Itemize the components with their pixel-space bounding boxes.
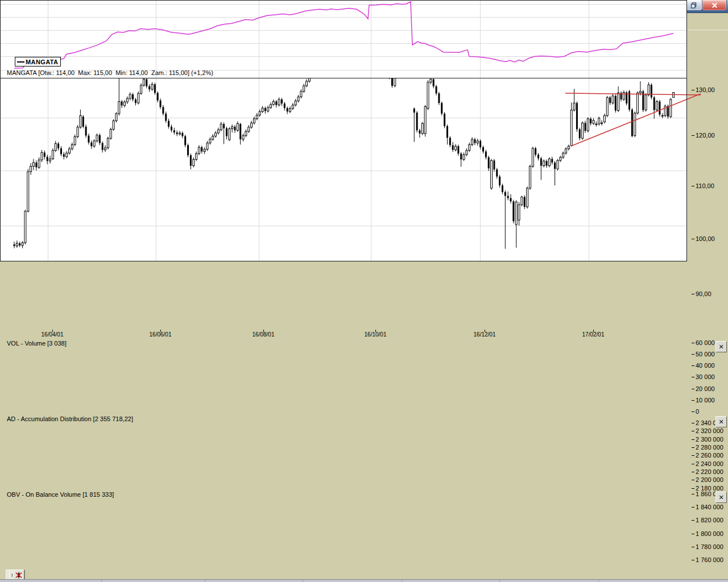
date-tick: 16/12/01 <box>469 331 500 338</box>
taskbar-sliver <box>0 579 728 582</box>
date-tick: 16/08/01 <box>247 331 279 338</box>
volume-tick: 30 000 <box>696 373 715 380</box>
price-tick-90: 90,00 <box>696 290 712 297</box>
obv-tick: 1 780 000 <box>696 543 723 550</box>
ad-panel-label: AD - Accumulation Distribution [2 355 71… <box>7 415 133 422</box>
obv-tick: 1 840 000 <box>696 504 723 510</box>
legend-symbol: MANGATA <box>26 59 58 65</box>
obv-tick: 1 760 000 <box>696 556 723 563</box>
obv-tick: 1 820 000 <box>696 517 723 523</box>
application-window: ISPAG PRO (Copyright "WD Software") «»1r… <box>0 0 728 582</box>
date-tick: 16/04/01 <box>36 331 68 338</box>
volume-tick: 60 000 <box>696 339 715 346</box>
volume-tick: 0 <box>696 408 699 415</box>
taskbar-segment-divider <box>303 580 303 582</box>
volume-tick: 10 000 <box>696 397 715 404</box>
volume-tick: 40 000 <box>696 362 715 369</box>
close-volume-panel-button[interactable]: ✕ <box>715 341 727 352</box>
date-tick: 17/02/01 <box>577 331 609 338</box>
ad-panel[interactable] <box>0 336 701 411</box>
obv-panel[interactable] <box>0 411 701 490</box>
taskbar-segment-divider <box>402 580 402 582</box>
ad-tick: 2 280 000 <box>696 444 723 451</box>
ad-tick: 2 300 000 <box>696 436 723 443</box>
close-ad-panel-button[interactable]: ✕ <box>715 416 727 427</box>
price-tick-130: 130,00 <box>696 86 715 93</box>
taskbar-segment-divider <box>101 580 102 582</box>
volume-panel-label: VOL - Volume [3 038] <box>7 340 67 347</box>
ad-tick: 2 220 000 <box>696 468 723 475</box>
obv-tick: 1 800 000 <box>696 530 723 537</box>
legend-line-swatch <box>17 61 24 63</box>
taskbar-segment-divider <box>598 580 599 582</box>
price-tick-120: 120,00 <box>696 132 715 139</box>
ad-tick: 2 260 000 <box>696 452 723 459</box>
ad-tick: 2 240 000 <box>696 460 723 467</box>
volume-panel[interactable] <box>0 261 701 336</box>
legend-chip[interactable]: MANGATA <box>15 57 61 66</box>
obv-panel-label: OBV - On Balance Volume [1 815 333] <box>7 491 114 498</box>
ad-tick: 2 200 000 <box>696 476 723 483</box>
date-tick: 16/10/01 <box>359 331 391 338</box>
volume-tick: 20 000 <box>696 385 715 392</box>
volume-tick: 50 000 <box>696 351 715 357</box>
taskbar-segment-divider <box>499 580 500 582</box>
quote-info-line: MANGATA [Otw.: 114,00 Max: 115,00 Min: 1… <box>7 69 213 76</box>
close-button[interactable] <box>702 0 727 11</box>
ad-tick: 2 320 000 <box>696 427 723 434</box>
date-tick: 16/06/01 <box>144 331 176 338</box>
price-tick-100: 100,00 <box>696 235 715 242</box>
price-tick-110: 110,00 <box>696 182 714 189</box>
close-obv-panel-button[interactable]: ✕ <box>715 492 727 503</box>
taskbar-segment-divider <box>205 580 205 582</box>
